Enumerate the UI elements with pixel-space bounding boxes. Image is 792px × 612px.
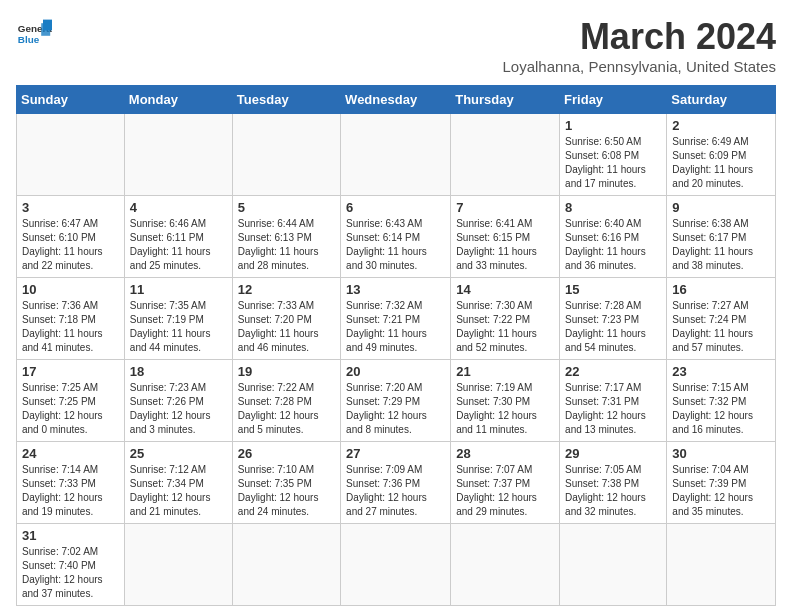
day-number: 1 [565, 118, 661, 133]
day-number: 31 [22, 528, 119, 543]
calendar-cell: 29Sunrise: 7:05 AM Sunset: 7:38 PM Dayli… [560, 442, 667, 524]
day-number: 6 [346, 200, 445, 215]
day-info: Sunrise: 7:30 AM Sunset: 7:22 PM Dayligh… [456, 299, 554, 355]
column-header-saturday: Saturday [667, 86, 776, 114]
calendar-week-3: 17Sunrise: 7:25 AM Sunset: 7:25 PM Dayli… [17, 360, 776, 442]
calendar-cell: 9Sunrise: 6:38 AM Sunset: 6:17 PM Daylig… [667, 196, 776, 278]
column-header-friday: Friday [560, 86, 667, 114]
day-info: Sunrise: 7:14 AM Sunset: 7:33 PM Dayligh… [22, 463, 119, 519]
calendar-cell: 25Sunrise: 7:12 AM Sunset: 7:34 PM Dayli… [124, 442, 232, 524]
day-info: Sunrise: 7:25 AM Sunset: 7:25 PM Dayligh… [22, 381, 119, 437]
day-info: Sunrise: 7:09 AM Sunset: 7:36 PM Dayligh… [346, 463, 445, 519]
calendar-cell [667, 524, 776, 606]
day-number: 24 [22, 446, 119, 461]
calendar-cell: 23Sunrise: 7:15 AM Sunset: 7:32 PM Dayli… [667, 360, 776, 442]
day-number: 10 [22, 282, 119, 297]
day-info: Sunrise: 6:50 AM Sunset: 6:08 PM Dayligh… [565, 135, 661, 191]
day-info: Sunrise: 6:47 AM Sunset: 6:10 PM Dayligh… [22, 217, 119, 273]
calendar-cell [560, 524, 667, 606]
calendar-cell: 7Sunrise: 6:41 AM Sunset: 6:15 PM Daylig… [451, 196, 560, 278]
day-number: 14 [456, 282, 554, 297]
calendar-cell: 4Sunrise: 6:46 AM Sunset: 6:11 PM Daylig… [124, 196, 232, 278]
day-info: Sunrise: 7:07 AM Sunset: 7:37 PM Dayligh… [456, 463, 554, 519]
calendar-cell: 6Sunrise: 6:43 AM Sunset: 6:14 PM Daylig… [341, 196, 451, 278]
calendar-week-0: 1Sunrise: 6:50 AM Sunset: 6:08 PM Daylig… [17, 114, 776, 196]
day-info: Sunrise: 7:23 AM Sunset: 7:26 PM Dayligh… [130, 381, 227, 437]
calendar-cell: 10Sunrise: 7:36 AM Sunset: 7:18 PM Dayli… [17, 278, 125, 360]
day-number: 11 [130, 282, 227, 297]
day-info: Sunrise: 6:46 AM Sunset: 6:11 PM Dayligh… [130, 217, 227, 273]
location-subtitle: Loyalhanna, Pennsylvania, United States [502, 58, 776, 75]
calendar-cell [232, 524, 340, 606]
day-number: 5 [238, 200, 335, 215]
day-number: 4 [130, 200, 227, 215]
calendar-cell: 20Sunrise: 7:20 AM Sunset: 7:29 PM Dayli… [341, 360, 451, 442]
day-info: Sunrise: 7:27 AM Sunset: 7:24 PM Dayligh… [672, 299, 770, 355]
day-info: Sunrise: 6:43 AM Sunset: 6:14 PM Dayligh… [346, 217, 445, 273]
day-info: Sunrise: 7:28 AM Sunset: 7:23 PM Dayligh… [565, 299, 661, 355]
day-info: Sunrise: 7:19 AM Sunset: 7:30 PM Dayligh… [456, 381, 554, 437]
calendar-cell [341, 114, 451, 196]
day-number: 13 [346, 282, 445, 297]
day-number: 20 [346, 364, 445, 379]
calendar-cell [341, 524, 451, 606]
day-info: Sunrise: 7:12 AM Sunset: 7:34 PM Dayligh… [130, 463, 227, 519]
calendar-cell: 28Sunrise: 7:07 AM Sunset: 7:37 PM Dayli… [451, 442, 560, 524]
day-number: 26 [238, 446, 335, 461]
day-info: Sunrise: 7:05 AM Sunset: 7:38 PM Dayligh… [565, 463, 661, 519]
day-number: 17 [22, 364, 119, 379]
calendar-cell: 3Sunrise: 6:47 AM Sunset: 6:10 PM Daylig… [17, 196, 125, 278]
month-year-title: March 2024 [502, 16, 776, 58]
column-header-tuesday: Tuesday [232, 86, 340, 114]
column-header-sunday: Sunday [17, 86, 125, 114]
calendar-week-1: 3Sunrise: 6:47 AM Sunset: 6:10 PM Daylig… [17, 196, 776, 278]
calendar-cell: 17Sunrise: 7:25 AM Sunset: 7:25 PM Dayli… [17, 360, 125, 442]
day-info: Sunrise: 7:32 AM Sunset: 7:21 PM Dayligh… [346, 299, 445, 355]
column-header-wednesday: Wednesday [341, 86, 451, 114]
calendar-cell [232, 114, 340, 196]
day-info: Sunrise: 7:17 AM Sunset: 7:31 PM Dayligh… [565, 381, 661, 437]
calendar-cell: 2Sunrise: 6:49 AM Sunset: 6:09 PM Daylig… [667, 114, 776, 196]
calendar-cell [17, 114, 125, 196]
day-number: 27 [346, 446, 445, 461]
calendar-cell [124, 524, 232, 606]
calendar-cell: 16Sunrise: 7:27 AM Sunset: 7:24 PM Dayli… [667, 278, 776, 360]
day-info: Sunrise: 6:44 AM Sunset: 6:13 PM Dayligh… [238, 217, 335, 273]
day-number: 22 [565, 364, 661, 379]
calendar-cell [451, 114, 560, 196]
page-header: General Blue March 2024 Loyalhanna, Penn… [16, 16, 776, 75]
column-header-thursday: Thursday [451, 86, 560, 114]
calendar-week-5: 31Sunrise: 7:02 AM Sunset: 7:40 PM Dayli… [17, 524, 776, 606]
day-info: Sunrise: 7:10 AM Sunset: 7:35 PM Dayligh… [238, 463, 335, 519]
column-header-monday: Monday [124, 86, 232, 114]
calendar-cell: 5Sunrise: 6:44 AM Sunset: 6:13 PM Daylig… [232, 196, 340, 278]
calendar-cell: 24Sunrise: 7:14 AM Sunset: 7:33 PM Dayli… [17, 442, 125, 524]
calendar-cell [451, 524, 560, 606]
calendar-cell: 11Sunrise: 7:35 AM Sunset: 7:19 PM Dayli… [124, 278, 232, 360]
calendar-cell: 15Sunrise: 7:28 AM Sunset: 7:23 PM Dayli… [560, 278, 667, 360]
day-number: 19 [238, 364, 335, 379]
day-info: Sunrise: 7:35 AM Sunset: 7:19 PM Dayligh… [130, 299, 227, 355]
calendar-cell: 21Sunrise: 7:19 AM Sunset: 7:30 PM Dayli… [451, 360, 560, 442]
day-number: 25 [130, 446, 227, 461]
calendar-week-4: 24Sunrise: 7:14 AM Sunset: 7:33 PM Dayli… [17, 442, 776, 524]
calendar-cell: 14Sunrise: 7:30 AM Sunset: 7:22 PM Dayli… [451, 278, 560, 360]
calendar-cell: 19Sunrise: 7:22 AM Sunset: 7:28 PM Dayli… [232, 360, 340, 442]
day-number: 3 [22, 200, 119, 215]
day-number: 7 [456, 200, 554, 215]
day-number: 8 [565, 200, 661, 215]
calendar-cell: 22Sunrise: 7:17 AM Sunset: 7:31 PM Dayli… [560, 360, 667, 442]
svg-marker-3 [43, 20, 52, 31]
calendar-cell: 12Sunrise: 7:33 AM Sunset: 7:20 PM Dayli… [232, 278, 340, 360]
day-info: Sunrise: 7:22 AM Sunset: 7:28 PM Dayligh… [238, 381, 335, 437]
day-number: 29 [565, 446, 661, 461]
calendar-cell [124, 114, 232, 196]
day-info: Sunrise: 7:02 AM Sunset: 7:40 PM Dayligh… [22, 545, 119, 601]
day-info: Sunrise: 7:36 AM Sunset: 7:18 PM Dayligh… [22, 299, 119, 355]
calendar-cell: 30Sunrise: 7:04 AM Sunset: 7:39 PM Dayli… [667, 442, 776, 524]
calendar-cell: 18Sunrise: 7:23 AM Sunset: 7:26 PM Dayli… [124, 360, 232, 442]
day-info: Sunrise: 7:33 AM Sunset: 7:20 PM Dayligh… [238, 299, 335, 355]
calendar-cell: 27Sunrise: 7:09 AM Sunset: 7:36 PM Dayli… [341, 442, 451, 524]
logo-icon: General Blue [16, 16, 52, 52]
logo: General Blue [16, 16, 52, 52]
